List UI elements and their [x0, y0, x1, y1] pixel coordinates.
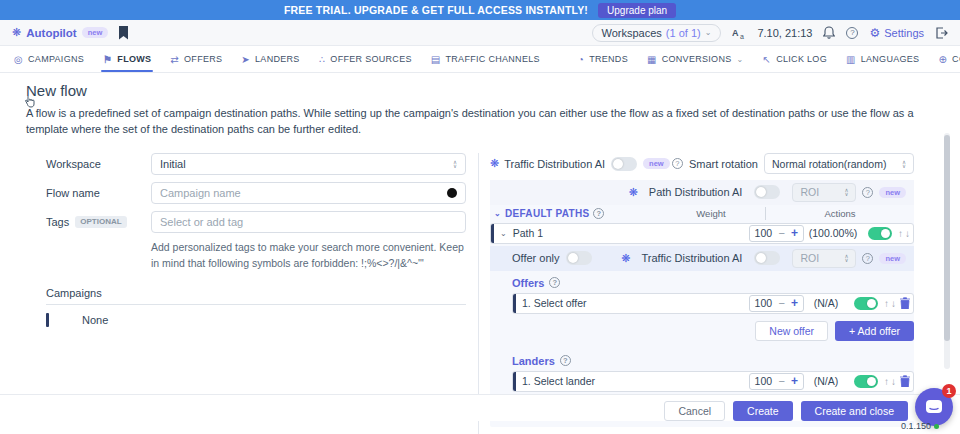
nav-tab-flows[interactable]: ⚑FLOWS	[103, 46, 151, 72]
translate-icon[interactable]: Aa	[732, 27, 746, 39]
minus-button[interactable]: −	[779, 375, 785, 387]
nav-tab-languages[interactable]: ▥LANGUAGES	[846, 46, 919, 72]
accent-bar	[491, 224, 494, 243]
nav-tab-conversions[interactable]: ▦CONVERSIONS⌄	[647, 46, 744, 72]
nav-tab-trends[interactable]: ◔TRENDS	[578, 46, 628, 72]
sign-out-icon[interactable]	[935, 27, 948, 39]
nav-tab-click-log[interactable]: ↖CLICK LOG	[763, 46, 827, 72]
new-offer-button[interactable]: New offer	[755, 321, 828, 341]
help-icon[interactable]: ?	[593, 208, 604, 219]
trash-icon[interactable]	[900, 297, 910, 309]
page-description: A flow is a predefined set of campaign d…	[26, 106, 934, 138]
offer-only-row: Offer only ❋ Traffic Distribution AI ROI…	[490, 246, 914, 271]
lander-enabled-toggle[interactable]	[854, 375, 878, 388]
settings-button[interactable]: ⚙ Settings	[869, 26, 924, 40]
flow-name-field-wrap	[151, 182, 466, 204]
workspace-select[interactable]: Initial ∧∨	[151, 153, 466, 175]
path-enabled-toggle[interactable]	[868, 227, 892, 240]
lander-weight-value[interactable]: 100	[755, 375, 773, 387]
offer-enabled-toggle[interactable]	[854, 297, 878, 310]
nav-tab-landers[interactable]: ➤LANDERS	[241, 46, 299, 72]
app-header: ❋ Autopilot new Workspaces (1 of 1) ⌄ Aa…	[0, 20, 960, 46]
flow-name-input[interactable]	[160, 187, 447, 199]
shuffle-icon: ⇄	[170, 54, 179, 65]
column-divider	[478, 153, 479, 434]
offer-weight-value[interactable]: 100	[755, 297, 773, 309]
help-icon[interactable]: ?	[862, 253, 873, 264]
plus-button[interactable]: +	[791, 296, 798, 310]
smart-rotation-select[interactable]: Normal rotation(random) ∧∨	[764, 153, 914, 174]
trash-icon[interactable]	[900, 375, 910, 387]
nav-tab-offers[interactable]: ⇄OFFERS	[170, 46, 222, 72]
move-up-icon[interactable]: ↑	[884, 376, 889, 387]
path-ai-metric-select[interactable]: ROI ∧∨	[792, 183, 856, 202]
autopilot-brand[interactable]: ❋ Autopilot new	[12, 26, 108, 39]
path-name[interactable]: Path 1	[513, 227, 749, 239]
cancel-button[interactable]: Cancel	[664, 401, 725, 421]
nav-tab-campaigns[interactable]: ◎CAMPAIGNS	[14, 46, 84, 72]
nav-tab-offer-sources[interactable]: ∴OFFER SOURCES	[319, 46, 412, 72]
actions-column-header: Actions	[766, 208, 914, 219]
move-down-icon[interactable]: ↓	[905, 228, 910, 239]
create-and-close-button[interactable]: Create and close	[801, 401, 908, 421]
traffic-ai-toggle[interactable]	[611, 157, 637, 171]
path-row: ⌄ Path 1 100 − + (100.00%) ↑ ↓	[490, 223, 914, 244]
chevron-down-icon[interactable]: ⌄	[500, 229, 507, 238]
chevron-down-icon: ⌄	[494, 209, 501, 218]
accent-bar	[513, 372, 516, 391]
help-icon[interactable]: ?	[862, 187, 873, 198]
bell-icon[interactable]	[823, 26, 835, 39]
bookmark-icon[interactable]	[118, 26, 129, 40]
plus-button[interactable]: +	[791, 226, 798, 240]
accent-bar	[46, 313, 49, 327]
create-button[interactable]: Create	[733, 401, 793, 421]
minus-button[interactable]: −	[779, 297, 785, 309]
brand-new-badge: new	[82, 27, 109, 38]
new-badge: new	[643, 158, 670, 169]
path-weight-value[interactable]: 100	[755, 227, 773, 239]
plus-button[interactable]: +	[791, 374, 798, 388]
paper-plane-icon: ➤	[241, 54, 250, 65]
default-paths-header: ⌄ DEFAULT PATHS ? Weight Actions	[490, 205, 914, 223]
brand-name: Autopilot	[26, 27, 76, 39]
path-traffic-ai-toggle[interactable]	[754, 251, 780, 265]
minus-button[interactable]: −	[779, 227, 785, 239]
scrollbar-thumb[interactable]	[944, 135, 950, 341]
flow-name-label: Flow name	[46, 187, 151, 199]
target-icon: ◎	[14, 54, 23, 65]
help-icon[interactable]: ?	[846, 27, 858, 39]
sitemap-icon: ∴	[319, 54, 326, 65]
ai-icon: ❋	[490, 157, 499, 170]
gear-icon: ⚙	[869, 26, 880, 40]
trial-banner-text: FREE TRIAL. UPGRADE & GET FULL ACCESS IN…	[284, 4, 588, 16]
move-down-icon[interactable]: ↓	[891, 376, 896, 387]
path-ai-toggle[interactable]	[754, 185, 780, 199]
chevron-down-icon: ⌄	[737, 55, 744, 64]
main-nav: ◎CAMPAIGNS ⚑FLOWS ⇄OFFERS ➤LANDERS ∴OFFE…	[0, 46, 960, 73]
svg-text:A: A	[732, 28, 739, 38]
nav-tab-traffic-channels[interactable]: ▤TRAFFIC CHANNELS	[431, 46, 540, 72]
move-up-icon[interactable]: ↑	[884, 298, 889, 309]
offer-select[interactable]: 1. Select offer	[522, 297, 749, 309]
footer-bar: Cancel Create Create and close	[0, 394, 960, 421]
traffic-ai-label: Traffic Distribution AI	[642, 252, 743, 264]
default-paths-title[interactable]: ⌄ DEFAULT PATHS ?	[490, 208, 657, 219]
panel-scrollbar[interactable]	[944, 133, 950, 369]
help-icon[interactable]: ?	[672, 158, 683, 169]
workspaces-dropdown[interactable]: Workspaces (1 of 1) ⌄	[592, 24, 722, 42]
color-dot-icon[interactable]	[447, 188, 457, 198]
tags-input[interactable]	[160, 216, 457, 228]
move-down-icon[interactable]: ↓	[891, 298, 896, 309]
help-icon[interactable]: ?	[549, 277, 560, 288]
move-up-icon[interactable]: ↑	[898, 228, 903, 239]
nav-tab-countries[interactable]: ⊕COUNTRIES⌄	[938, 46, 960, 72]
offer-only-toggle[interactable]	[566, 251, 592, 265]
upgrade-plan-button[interactable]: Upgrade plan	[598, 3, 676, 18]
add-offer-button[interactable]: + Add offer	[835, 321, 914, 341]
clock-icon: ◔	[578, 54, 584, 65]
help-icon[interactable]: ?	[560, 355, 571, 366]
path-metric-select[interactable]: ROI ∧∨	[792, 249, 856, 268]
optional-badge: OPTIONAL	[75, 216, 126, 228]
lander-select[interactable]: 1. Select lander	[522, 375, 749, 387]
campaigns-none-value: None	[82, 314, 108, 326]
